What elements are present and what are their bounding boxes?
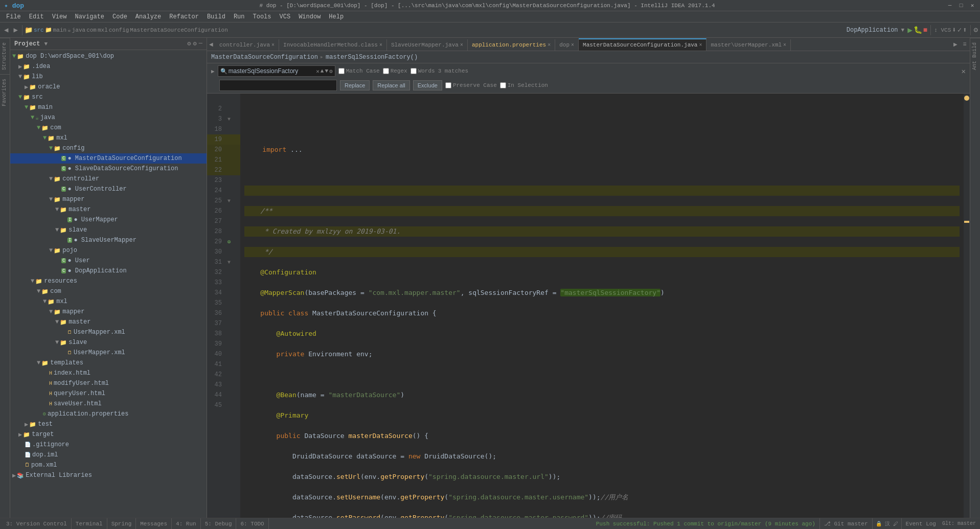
tab-controller[interactable]: controller.java × [215,39,279,51]
tree-item-main[interactable]: ▼ 📁 main [10,102,207,112]
menu-view[interactable]: View [48,12,71,21]
menu-window[interactable]: Window [294,12,325,21]
tree-item-query[interactable]: H queryUser.html [10,388,207,399]
find-input[interactable] [229,67,315,75]
tab-master-config[interactable]: MasterDataSourceConfiguration.java × [579,38,706,51]
code-editor[interactable]: 2 3 ▼ 18 19 2 [207,94,970,518]
menu-build[interactable]: Build [203,12,230,21]
tree-item-controller[interactable]: ▼ 📁 controller [10,174,207,184]
event-log[interactable]: Event Log [901,518,940,530]
run-configuration-dropdown[interactable]: ▼ [901,27,905,33]
tab-settings-btn[interactable]: ≡ [960,38,970,51]
tree-item-dop[interactable]: ▼ 📁 dop D:\wordSpace_001\dop [10,51,207,61]
fold-line-31[interactable]: ▼ [225,260,233,265]
gear-btn[interactable]: ⚙ [193,40,197,48]
breadcrumb-method[interactable]: masterSqlSessionFactory() [326,54,418,61]
debug-tab[interactable]: 5: Debug [201,518,237,530]
tab-appprops[interactable]: application.properties × [468,39,555,51]
tree-item-src[interactable]: ▼ 📁 src [10,92,207,102]
debug-btn[interactable]: 🐛 [914,26,922,34]
toolbar-back-btn[interactable]: ◀ [2,26,10,34]
tree-item-templates[interactable]: ▼ 📁 templates [10,358,207,368]
tree-item-dopapp[interactable]: C ● DopApplication [10,266,207,276]
menu-help[interactable]: Help [325,12,348,21]
tree-item-appprops[interactable]: ⚙ application.properties [10,409,207,419]
tab-invocable[interactable]: InvocableHandlerMethod.class × [279,39,387,51]
close-search-btn[interactable]: ✕ [962,67,966,76]
menu-edit[interactable]: Edit [25,12,48,21]
stop-btn[interactable]: ■ [923,26,927,34]
tab-usermapper-xml[interactable]: master\UserMapper.xml × [706,39,791,51]
tab-nav-right[interactable]: ▶ [951,38,960,51]
ant-build-tab[interactable]: Ant Build [970,38,980,74]
tree-item-usermapper-xml[interactable]: 🗒 UserMapper.xml [10,327,207,337]
tree-item-mxl[interactable]: ▼ 📁 mxl [10,133,207,143]
code-content[interactable]: import ... /** * Created by mxlzyy on 20… [240,94,964,518]
tree-item-pom[interactable]: 🗒 pom.xml [10,460,207,470]
minimize-btn[interactable]: ─ [946,2,953,9]
tree-item-master-config[interactable]: C ● MasterDataSourceConfiguration [10,153,207,164]
vcs-tab[interactable]: 3: Version Control [2,518,72,530]
exclude-btn[interactable]: Exclude [413,80,442,90]
tab-nav-left[interactable]: ◀ [207,38,215,51]
sync-btn[interactable]: ⚙ [187,40,191,48]
tree-item-test[interactable]: ▶ 📁 test [10,419,207,429]
tree-item-usercontroller[interactable]: C ● UserController [10,184,207,194]
menu-refactor[interactable]: Refactor [165,12,203,21]
encoding-info[interactable]: 🔒 汉 🖊 [872,518,901,530]
toolbar-settings-btn[interactable]: ⚙ [974,26,978,34]
tree-item-slave-config[interactable]: C ● SlaveDataSourceConfiguration [10,164,207,174]
tree-item-res-com[interactable]: ▼ 📁 com [10,286,207,296]
tree-item-slave-usermapper-xml[interactable]: 🗒 UserMapper.xml [10,348,207,358]
replace-btn[interactable]: Replace [340,80,370,90]
panel-close-btn[interactable]: ─ [199,40,202,48]
fold-line-25[interactable]: ▼ [225,198,233,204]
toolbar-push-btn[interactable]: ⬆ [963,26,967,34]
tree-item-oracle[interactable]: ▶ 📁 oracle [10,82,207,92]
tree-item-save[interactable]: H saveUser.html [10,399,207,409]
breadcrumb-class[interactable]: MasterDataSourceConfiguration [211,54,318,61]
next-match-icon[interactable]: ▼ [325,68,328,74]
messages-tab[interactable]: Messages [136,518,172,530]
replace-input[interactable] [222,82,334,89]
tree-item-res-mapper[interactable]: ▼ 📁 mapper [10,307,207,317]
tree-item-res-mxl[interactable]: ▼ 📁 mxl [10,296,207,307]
match-case-option[interactable]: Match Case [338,68,380,74]
tree-item-java[interactable]: ▼ ☕ java [10,112,207,123]
tree-item-slaveusermapper[interactable]: I ● SlaveUserMapper [10,235,207,245]
menu-analyze[interactable]: Analyze [131,12,165,21]
clear-find-icon[interactable]: ✕ [316,68,320,75]
tree-item-com[interactable]: ▼ 📁 com [10,123,207,133]
tab-dop[interactable]: dop × [555,39,579,51]
favorites-tab[interactable]: Favorites [0,74,10,110]
tree-item-slave-mapper[interactable]: ▼ 📁 slave [10,225,207,235]
tree-item-gitignore[interactable]: 📄 .gitignore [10,440,207,450]
settings-search-icon[interactable]: ⚙ [329,68,333,75]
maximize-btn[interactable]: □ [958,2,965,9]
words-option[interactable]: Words [411,68,435,74]
tree-item-modify[interactable]: H modifyUser.html [10,378,207,388]
tree-item-user[interactable]: C ● User [10,256,207,266]
terminal-tab[interactable]: Terminal [72,518,107,530]
toolbar-update-btn[interactable]: ⬇ [952,26,956,34]
git-master[interactable]: ⎇ Git master [819,518,872,530]
tree-item-config[interactable]: ▼ 📁 config [10,143,207,153]
menu-navigate[interactable]: Navigate [71,12,108,21]
tab-slaveusermapper[interactable]: SlaveUserMapper.java × [387,39,468,51]
run-tab[interactable]: 4: Run [172,518,201,530]
toolbar-fwd-btn[interactable]: ▶ [11,26,19,34]
preserve-case-option[interactable]: Preserve Case [445,82,497,88]
in-selection-checkbox[interactable] [500,82,506,88]
tree-item-pojo[interactable]: ▼ 📁 pojo [10,245,207,256]
tree-item-ext-libs[interactable]: ▶ 📚 External Libraries [10,470,207,480]
run-btn[interactable]: ▶ [907,25,913,35]
tree-item-idea[interactable]: ▶ 📁 .idea [10,61,207,72]
toolbar-vcs-btn[interactable]: ↕ VCS [934,27,951,33]
tree-item-target[interactable]: ▶ 📁 target [10,429,207,440]
tree-item-dopiml[interactable]: 📄 dop.iml [10,450,207,460]
structure-tab[interactable]: Structure [0,38,10,74]
todo-tab[interactable]: 6: TODO [236,518,268,530]
tree-item-usermapper[interactable]: I ● UserMapper [10,215,207,225]
menu-tools[interactable]: Tools [249,12,276,21]
tree-item-res-slave[interactable]: ▼ 📁 slave [10,337,207,348]
